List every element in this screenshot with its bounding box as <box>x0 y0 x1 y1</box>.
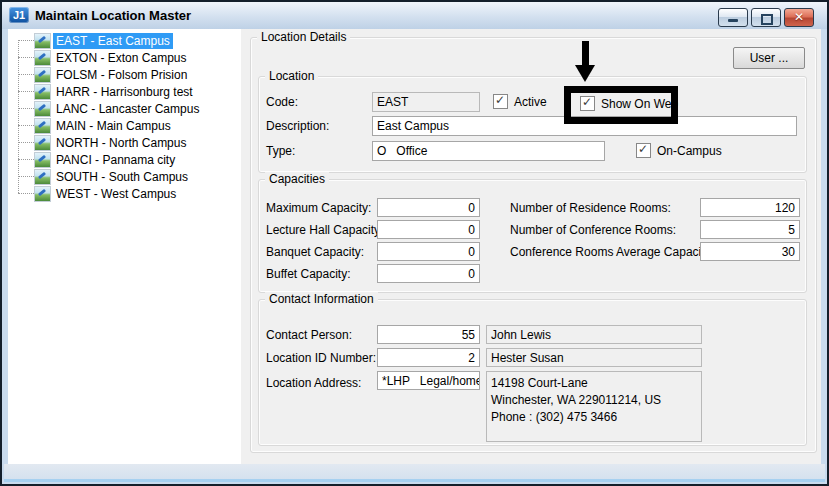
show-on-web-check-row[interactable]: Show On Web <box>580 96 678 111</box>
on-campus-checkbox[interactable] <box>636 143 651 158</box>
contact-person-field[interactable]: 55 <box>377 325 480 344</box>
tree-item-label: SOUTH - South Campus <box>53 169 191 185</box>
tree-item[interactable]: HARR - Harrisonburg test <box>11 83 239 100</box>
location-icon <box>35 153 50 167</box>
location-icon <box>35 119 50 133</box>
residence-rooms-label: Number of Residence Rooms: <box>510 201 671 215</box>
tree-item-label: EAST - East Campus <box>53 33 173 49</box>
location-address-label: Location Address: <box>266 376 361 390</box>
code-label: Code: <box>266 95 298 109</box>
details-panel: Location Details User ... Location Code:… <box>241 29 821 464</box>
buffet-capacity-label: Buffet Capacity: <box>266 267 351 281</box>
code-field: EAST <box>372 92 480 112</box>
contact-person-label: Contact Person: <box>266 328 352 342</box>
tree-item[interactable]: LANC - Lancaster Campus <box>11 100 239 117</box>
max-capacity-label: Maximum Capacity: <box>266 201 371 215</box>
lecture-hall-capacity-field[interactable]: 0 <box>377 220 480 239</box>
conference-rooms-field[interactable]: 5 <box>700 220 800 239</box>
location-tree-panel: EAST - East Campus EXTON - Exton Campus … <box>8 29 241 464</box>
location-icon <box>35 51 50 65</box>
tree-item-label: LANC - Lancaster Campus <box>53 101 202 117</box>
residence-rooms-field[interactable]: 120 <box>700 198 800 217</box>
user-button[interactable]: User ... <box>733 47 805 69</box>
tree-item-label: NORTH - North Campus <box>53 135 189 151</box>
conference-rooms-label: Number of Conference Rooms: <box>510 223 676 237</box>
location-icon <box>35 68 50 82</box>
group-title: Location Details <box>257 30 350 44</box>
type-label: Type: <box>266 144 295 158</box>
tree-item-label: EXTON - Exton Campus <box>53 50 190 66</box>
app-window: J1 Maintain Location Master EAST - East … <box>0 0 829 486</box>
location-icon <box>35 85 50 99</box>
tree-item[interactable]: SOUTH - South Campus <box>11 168 239 185</box>
group-title: Contact Information <box>265 292 378 306</box>
tree-item-label: WEST - West Campus <box>53 186 179 202</box>
maximize-button[interactable] <box>751 8 781 27</box>
location-id-field[interactable]: 2 <box>377 348 480 367</box>
tree-item[interactable]: WEST - West Campus <box>11 185 239 202</box>
on-campus-label: On-Campus <box>657 144 722 158</box>
location-address-display: 14198 Court-Lane Winchester, WA 22901121… <box>486 371 702 442</box>
title-bar: J1 Maintain Location Master <box>2 2 827 29</box>
active-check-row[interactable]: Active <box>493 94 547 109</box>
type-field[interactable]: O Office <box>372 141 605 161</box>
banquet-capacity-label: Banquet Capacity: <box>266 245 364 259</box>
tree-item[interactable]: MAIN - Main Campus <box>11 117 239 134</box>
conference-avg-capacity-field[interactable]: 30 <box>700 242 800 261</box>
tree-item[interactable]: FOLSM - Folsom Prision <box>11 66 239 83</box>
tree-item-label: MAIN - Main Campus <box>53 118 174 134</box>
window-bottom-frame <box>4 464 825 482</box>
location-icon <box>35 34 50 48</box>
conference-avg-capacity-label: Conference Rooms Average Capacity: <box>510 245 714 259</box>
tree-item[interactable]: PANCI - Pannama city <box>11 151 239 168</box>
group-title: Location <box>265 69 318 83</box>
location-icon <box>35 102 50 116</box>
location-icon <box>35 170 50 184</box>
show-on-web-label: Show On Web <box>601 97 678 111</box>
max-capacity-field[interactable]: 0 <box>377 198 480 217</box>
window-content: EAST - East Campus EXTON - Exton Campus … <box>8 29 821 464</box>
banquet-capacity-field[interactable]: 0 <box>377 242 480 261</box>
description-field[interactable]: East Campus <box>372 116 797 136</box>
contact-person-name-display: John Lewis <box>486 325 702 344</box>
tree-item-label: PANCI - Pannama city <box>53 152 178 168</box>
location-id-label: Location ID Number: <box>266 351 376 365</box>
minimize-button[interactable] <box>718 8 748 27</box>
group-title: Capacities <box>265 172 329 186</box>
location-icon <box>35 136 50 150</box>
location-icon <box>35 187 50 201</box>
app-icon: J1 <box>9 7 29 23</box>
location-address-code-field[interactable]: *LHP Legal/home/p <box>377 371 480 390</box>
tree-item[interactable]: EAST - East Campus <box>11 32 239 49</box>
close-button[interactable] <box>784 8 814 27</box>
window-title: Maintain Location Master <box>35 8 191 23</box>
on-campus-check-row[interactable]: On-Campus <box>636 143 722 158</box>
tree-item-label: HARR - Harrisonburg test <box>53 84 196 100</box>
description-label: Description: <box>266 119 329 133</box>
lecture-hall-capacity-label: Lecture Hall Capacity: <box>266 223 383 237</box>
location-tree: EAST - East Campus EXTON - Exton Campus … <box>11 32 239 202</box>
tree-item[interactable]: NORTH - North Campus <box>11 134 239 151</box>
buffet-capacity-field[interactable]: 0 <box>377 264 480 283</box>
location-id-name-display: Hester Susan <box>486 348 702 367</box>
show-on-web-checkbox[interactable] <box>580 96 595 111</box>
tree-item-label: FOLSM - Folsom Prision <box>53 67 190 83</box>
tree-item[interactable]: EXTON - Exton Campus <box>11 49 239 66</box>
active-checkbox[interactable] <box>493 94 508 109</box>
active-label: Active <box>514 95 547 109</box>
